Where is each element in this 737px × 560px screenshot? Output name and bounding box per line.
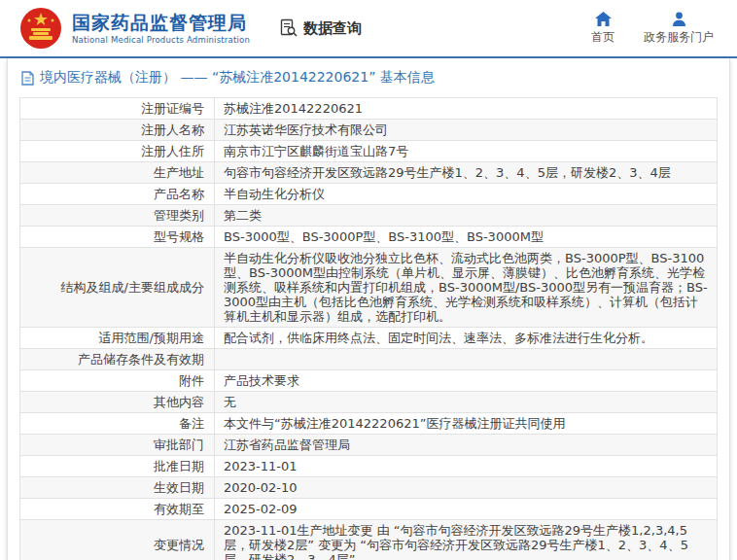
row-label: 生效日期 [20,477,215,499]
row-label: 产品名称 [20,184,215,205]
row-label: 附件 [20,370,215,392]
site-subtitle: National Medical Products Administration [72,35,250,45]
row-label: 有效期至 [20,499,215,520]
document-icon [21,71,34,86]
registration-info-table: 注册证编号苏械注准20142220621注册人名称江苏英诺华医疗技术有限公司注册… [19,97,718,560]
top-nav: 首页 政务服务门户 [591,12,721,46]
breadcrumb: 境内医疗器械（注册） —— “苏械注准20142220621” 基本信息 [8,58,729,95]
row-value [215,349,718,370]
table-row: 管理类别第二类 [20,205,718,227]
row-value: 产品技术要求 [215,370,718,392]
row-value: 半自动生化分析仪吸收池分独立比色杯、流动式比色池两类，BS-3000P型、BS-… [215,248,718,328]
table-row: 其他内容无 [20,392,718,413]
table-row: 审批部门江苏省药品监督管理局 [20,435,718,456]
row-value: 本文件与“苏械注准20142220621”医疗器械注册证共同使用 [215,413,718,435]
site-title-block: 国家药品监督管理局 National Medical Products Admi… [72,12,250,45]
table-row: 结构及组成/主要组成成分半自动生化分析仪吸收池分独立比色杯、流动式比色池两类，B… [20,248,718,328]
row-value: 2023-11-01生产地址变更 由 “句容市句容经济开发区致远路29号生产楼1… [215,520,718,560]
row-value: 2023-11-01 [215,456,718,477]
row-value: 苏械注准20142220621 [215,98,718,120]
site-title: 国家药品监督管理局 [72,12,247,33]
document-search-icon [279,18,298,38]
table-row: 产品储存条件及有效期 [20,349,718,370]
row-label: 变更情况 [20,520,215,560]
content-panel: 境内医疗器械（注册） —— “苏械注准20142220621” 基本信息 注册证… [7,58,730,560]
row-label: 批准日期 [20,456,215,477]
row-label: 备注 [20,413,215,435]
data-query-nav[interactable]: 数据查询 [279,18,362,38]
row-value: 句容市句容经济开发区致远路29号生产楼1、2、3、4、5层，研发楼2、3、4层 [215,162,718,184]
home-icon [595,12,612,26]
row-value: 2020-02-10 [215,477,718,499]
row-value: 半自动生化分析仪 [215,184,718,205]
nav-item-home[interactable]: 首页 [591,12,614,46]
table-row: 注册人名称江苏英诺华医疗技术有限公司 [20,120,718,141]
row-label: 型号规格 [20,227,215,248]
row-value: 无 [215,392,718,413]
nav-item-portal[interactable]: 政务服务门户 [644,12,714,46]
table-row: 注册人住所南京市江宁区麒麟街道宝山路7号 [20,141,718,162]
breadcrumb-text: 境内医疗器械（注册） —— “苏械注准20142220621” 基本信息 [40,69,435,87]
table-row: 批准日期2023-11-01 [20,456,718,477]
table-row: 产品名称半自动生化分析仪 [20,184,718,205]
row-label: 审批部门 [20,435,215,456]
table-row: 变更情况2023-11-01生产地址变更 由 “句容市句容经济开发区致远路29号… [20,520,718,560]
nav-home-label: 首页 [591,29,614,46]
table-row: 附件产品技术要求 [20,370,718,392]
row-label: 注册证编号 [20,98,215,120]
row-value: 南京市江宁区麒麟街道宝山路7号 [215,141,718,162]
table-row: 生效日期2020-02-10 [20,477,718,499]
row-value: 2025-02-09 [215,499,718,520]
user-icon [672,12,686,26]
row-label: 结构及组成/主要组成成分 [20,248,215,328]
table-row: 生产地址句容市句容经济开发区致远路29号生产楼1、2、3、4、5层，研发楼2、3… [20,162,718,184]
table-row: 有效期至2025-02-09 [20,499,718,520]
row-label: 管理类别 [20,205,215,227]
nmpa-logo-link[interactable]: 国家药品监督管理局 National Medical Products Admi… [19,7,250,50]
info-table-body: 注册证编号苏械注准20142220621注册人名称江苏英诺华医疗技术有限公司注册… [20,98,718,560]
row-value: 江苏英诺华医疗技术有限公司 [215,120,718,141]
data-query-label: 数据查询 [303,19,362,38]
row-label: 适用范围/预期用途 [20,328,215,349]
row-label: 其他内容 [20,392,215,413]
row-value: 江苏省药品监督管理局 [215,435,718,456]
row-label: 注册人住所 [20,141,215,162]
site-header: 国家药品监督管理局 National Medical Products Admi… [0,0,737,58]
table-row: 适用范围/预期用途配合试剂，供临床用终点法、固定时间法、速率法、多标准法进行生化… [20,328,718,349]
national-emblem-icon [19,7,62,50]
table-row: 型号规格BS-3000型、BS-3000P型、BS-3100型、BS-3000M… [20,227,718,248]
table-row: 备注本文件与“苏械注准20142220621”医疗器械注册证共同使用 [20,413,718,435]
row-value: BS-3000型、BS-3000P型、BS-3100型、BS-3000M型 [215,227,718,248]
row-value: 第二类 [215,205,718,227]
row-value: 配合试剂，供临床用终点法、固定时间法、速率法、多标准法进行生化分析。 [215,328,718,349]
table-row: 注册证编号苏械注准20142220621 [20,98,718,120]
row-label: 注册人名称 [20,120,215,141]
nav-portal-label: 政务服务门户 [644,29,714,46]
row-label: 生产地址 [20,162,215,184]
row-label: 产品储存条件及有效期 [20,349,215,370]
